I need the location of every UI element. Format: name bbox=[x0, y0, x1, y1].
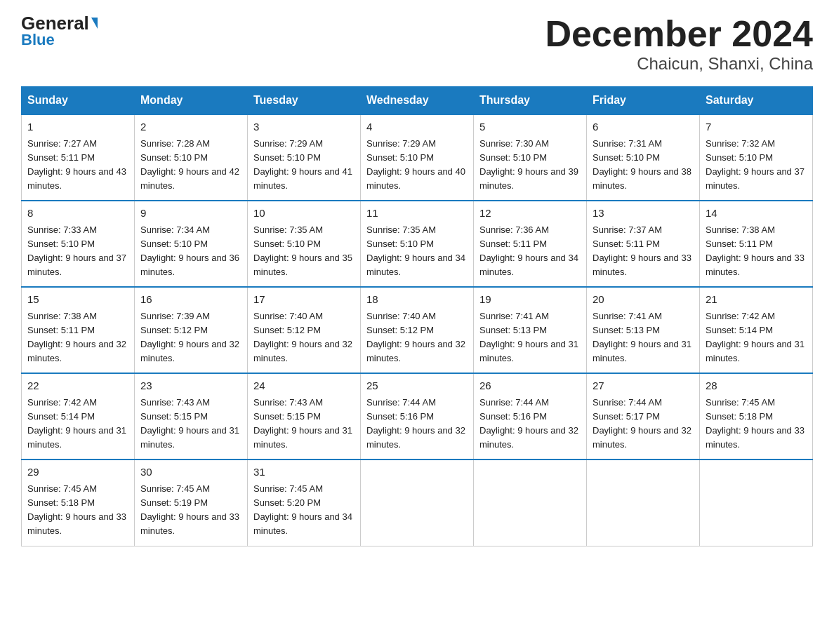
day-number: 23 bbox=[140, 378, 241, 394]
day-number: 28 bbox=[706, 378, 807, 394]
day-number: 16 bbox=[140, 292, 241, 308]
day-info: Sunrise: 7:35 AMSunset: 5:10 PMDaylight:… bbox=[366, 223, 468, 280]
calendar-week-row: 22 Sunrise: 7:42 AMSunset: 5:14 PMDaylig… bbox=[22, 373, 813, 459]
weekday-header-friday: Friday bbox=[587, 87, 700, 115]
day-info: Sunrise: 7:37 AMSunset: 5:11 PMDaylight:… bbox=[593, 223, 694, 280]
day-number: 6 bbox=[593, 119, 694, 135]
day-info: Sunrise: 7:40 AMSunset: 5:12 PMDaylight:… bbox=[253, 309, 355, 366]
calendar-cell: 27 Sunrise: 7:44 AMSunset: 5:17 PMDaylig… bbox=[587, 373, 700, 459]
calendar-cell: 16 Sunrise: 7:39 AMSunset: 5:12 PMDaylig… bbox=[135, 287, 248, 373]
calendar-cell: 20 Sunrise: 7:41 AMSunset: 5:13 PMDaylig… bbox=[587, 287, 700, 373]
day-number: 30 bbox=[140, 464, 241, 481]
day-number: 7 bbox=[706, 119, 807, 135]
day-number: 8 bbox=[27, 206, 128, 222]
day-info: Sunrise: 7:28 AMSunset: 5:10 PMDaylight:… bbox=[140, 137, 241, 194]
day-number: 31 bbox=[253, 464, 355, 481]
day-info: Sunrise: 7:45 AMSunset: 5:18 PMDaylight:… bbox=[27, 482, 128, 539]
calendar-week-row: 1 Sunrise: 7:27 AMSunset: 5:11 PMDayligh… bbox=[22, 114, 813, 201]
calendar-week-row: 8 Sunrise: 7:33 AMSunset: 5:10 PMDayligh… bbox=[22, 201, 813, 287]
day-info: Sunrise: 7:42 AMSunset: 5:14 PMDaylight:… bbox=[27, 396, 128, 452]
calendar-cell: 15 Sunrise: 7:38 AMSunset: 5:11 PMDaylig… bbox=[22, 287, 135, 373]
calendar-cell: 2 Sunrise: 7:28 AMSunset: 5:10 PMDayligh… bbox=[135, 114, 248, 201]
day-info: Sunrise: 7:33 AMSunset: 5:10 PMDaylight:… bbox=[27, 223, 128, 280]
day-number: 14 bbox=[706, 206, 807, 222]
logo-blue: Blue bbox=[21, 31, 55, 49]
calendar-cell bbox=[361, 459, 474, 546]
day-number: 18 bbox=[366, 292, 468, 308]
day-number: 27 bbox=[593, 378, 694, 394]
calendar-cell: 22 Sunrise: 7:42 AMSunset: 5:14 PMDaylig… bbox=[22, 373, 135, 459]
day-info: Sunrise: 7:32 AMSunset: 5:10 PMDaylight:… bbox=[706, 137, 807, 194]
day-info: Sunrise: 7:36 AMSunset: 5:11 PMDaylight:… bbox=[479, 223, 581, 280]
day-number: 19 bbox=[479, 292, 581, 308]
calendar-cell: 24 Sunrise: 7:43 AMSunset: 5:15 PMDaylig… bbox=[248, 373, 361, 459]
day-info: Sunrise: 7:43 AMSunset: 5:15 PMDaylight:… bbox=[253, 396, 355, 452]
calendar-cell: 31 Sunrise: 7:45 AMSunset: 5:20 PMDaylig… bbox=[248, 459, 361, 546]
calendar-cell: 23 Sunrise: 7:43 AMSunset: 5:15 PMDaylig… bbox=[135, 373, 248, 459]
day-info: Sunrise: 7:31 AMSunset: 5:10 PMDaylight:… bbox=[593, 137, 694, 194]
weekday-header-sunday: Sunday bbox=[22, 87, 135, 115]
day-info: Sunrise: 7:45 AMSunset: 5:20 PMDaylight:… bbox=[253, 482, 355, 539]
page-title: December 2024 bbox=[545, 14, 813, 54]
day-number: 13 bbox=[593, 206, 694, 222]
day-info: Sunrise: 7:38 AMSunset: 5:11 PMDaylight:… bbox=[27, 309, 128, 366]
day-number: 2 bbox=[140, 119, 241, 135]
calendar-cell: 4 Sunrise: 7:29 AMSunset: 5:10 PMDayligh… bbox=[361, 114, 474, 201]
weekday-header-row: SundayMondayTuesdayWednesdayThursdayFrid… bbox=[22, 87, 813, 115]
calendar-cell bbox=[700, 459, 813, 546]
day-number: 29 bbox=[27, 464, 128, 481]
calendar-cell: 26 Sunrise: 7:44 AMSunset: 5:16 PMDaylig… bbox=[474, 373, 587, 459]
day-info: Sunrise: 7:44 AMSunset: 5:17 PMDaylight:… bbox=[593, 396, 694, 452]
calendar-cell: 3 Sunrise: 7:29 AMSunset: 5:10 PMDayligh… bbox=[248, 114, 361, 201]
calendar-cell: 14 Sunrise: 7:38 AMSunset: 5:11 PMDaylig… bbox=[700, 201, 813, 287]
calendar-cell: 28 Sunrise: 7:45 AMSunset: 5:18 PMDaylig… bbox=[700, 373, 813, 459]
day-info: Sunrise: 7:27 AMSunset: 5:11 PMDaylight:… bbox=[27, 137, 128, 194]
day-number: 9 bbox=[140, 206, 241, 222]
calendar-cell bbox=[587, 459, 700, 546]
day-info: Sunrise: 7:42 AMSunset: 5:14 PMDaylight:… bbox=[706, 309, 807, 366]
weekday-header-saturday: Saturday bbox=[700, 87, 813, 115]
day-info: Sunrise: 7:35 AMSunset: 5:10 PMDaylight:… bbox=[253, 223, 355, 280]
day-info: Sunrise: 7:44 AMSunset: 5:16 PMDaylight:… bbox=[366, 396, 468, 452]
day-number: 20 bbox=[593, 292, 694, 308]
calendar-cell bbox=[474, 459, 587, 546]
day-number: 26 bbox=[479, 378, 581, 394]
day-info: Sunrise: 7:43 AMSunset: 5:15 PMDaylight:… bbox=[140, 396, 241, 452]
calendar-cell: 9 Sunrise: 7:34 AMSunset: 5:10 PMDayligh… bbox=[135, 201, 248, 287]
day-number: 15 bbox=[27, 292, 128, 308]
day-info: Sunrise: 7:34 AMSunset: 5:10 PMDaylight:… bbox=[140, 223, 241, 280]
day-number: 4 bbox=[366, 119, 468, 135]
logo-general: General bbox=[21, 14, 98, 32]
day-info: Sunrise: 7:29 AMSunset: 5:10 PMDaylight:… bbox=[366, 137, 468, 194]
calendar-cell: 18 Sunrise: 7:40 AMSunset: 5:12 PMDaylig… bbox=[361, 287, 474, 373]
day-number: 21 bbox=[706, 292, 807, 308]
calendar-cell: 25 Sunrise: 7:44 AMSunset: 5:16 PMDaylig… bbox=[361, 373, 474, 459]
logo: General Blue bbox=[21, 14, 98, 49]
day-info: Sunrise: 7:41 AMSunset: 5:13 PMDaylight:… bbox=[479, 309, 581, 366]
calendar-cell: 29 Sunrise: 7:45 AMSunset: 5:18 PMDaylig… bbox=[22, 459, 135, 546]
weekday-header-monday: Monday bbox=[135, 87, 248, 115]
calendar-cell: 10 Sunrise: 7:35 AMSunset: 5:10 PMDaylig… bbox=[248, 201, 361, 287]
calendar-table: SundayMondayTuesdayWednesdayThursdayFrid… bbox=[21, 86, 813, 546]
day-info: Sunrise: 7:45 AMSunset: 5:18 PMDaylight:… bbox=[706, 396, 807, 452]
calendar-cell: 17 Sunrise: 7:40 AMSunset: 5:12 PMDaylig… bbox=[248, 287, 361, 373]
calendar-cell: 30 Sunrise: 7:45 AMSunset: 5:19 PMDaylig… bbox=[135, 459, 248, 546]
weekday-header-tuesday: Tuesday bbox=[248, 87, 361, 115]
day-info: Sunrise: 7:40 AMSunset: 5:12 PMDaylight:… bbox=[366, 309, 468, 366]
day-number: 17 bbox=[253, 292, 355, 308]
calendar-cell: 13 Sunrise: 7:37 AMSunset: 5:11 PMDaylig… bbox=[587, 201, 700, 287]
weekday-header-thursday: Thursday bbox=[474, 87, 587, 115]
calendar-cell: 8 Sunrise: 7:33 AMSunset: 5:10 PMDayligh… bbox=[22, 201, 135, 287]
day-info: Sunrise: 7:39 AMSunset: 5:12 PMDaylight:… bbox=[140, 309, 241, 366]
day-info: Sunrise: 7:44 AMSunset: 5:16 PMDaylight:… bbox=[479, 396, 581, 452]
calendar-cell: 19 Sunrise: 7:41 AMSunset: 5:13 PMDaylig… bbox=[474, 287, 587, 373]
calendar-cell: 1 Sunrise: 7:27 AMSunset: 5:11 PMDayligh… bbox=[22, 114, 135, 201]
day-info: Sunrise: 7:38 AMSunset: 5:11 PMDaylight:… bbox=[706, 223, 807, 280]
day-number: 24 bbox=[253, 378, 355, 394]
day-number: 25 bbox=[366, 378, 468, 394]
day-info: Sunrise: 7:41 AMSunset: 5:13 PMDaylight:… bbox=[593, 309, 694, 366]
day-number: 11 bbox=[366, 206, 468, 222]
day-number: 1 bbox=[27, 119, 128, 135]
day-info: Sunrise: 7:45 AMSunset: 5:19 PMDaylight:… bbox=[140, 482, 241, 539]
day-number: 22 bbox=[27, 378, 128, 394]
